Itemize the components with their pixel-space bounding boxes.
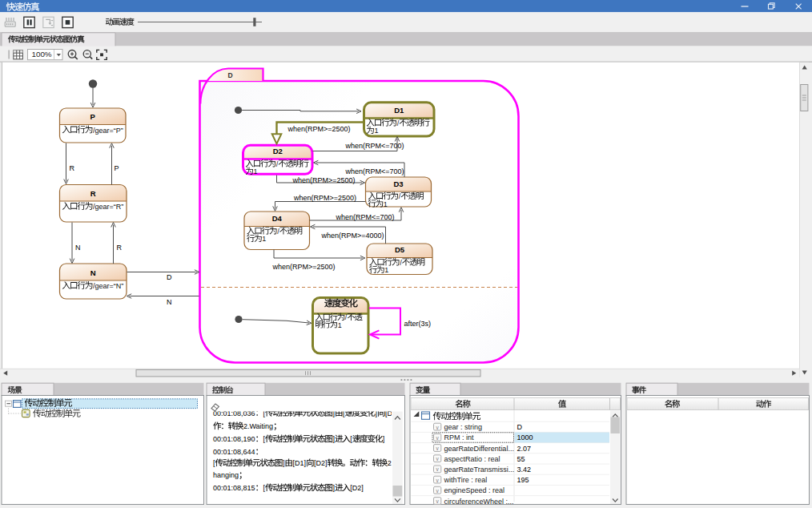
svg-text:engineSpeed : real: engineSpeed : real (444, 486, 505, 494)
svg-text:D: D (517, 423, 523, 431)
svg-text:gear : string: gear : string (444, 423, 483, 431)
svg-text:1: 1 (374, 127, 378, 135)
svg-text:gearRateTransmissi...: gearRateTransmissi... (444, 466, 515, 474)
svg-text:D: D (228, 71, 233, 79)
svg-text:withTire : real: withTire : real (444, 476, 488, 484)
svg-text:[D2]: [D2] (350, 484, 364, 492)
svg-text:]: ] (383, 435, 385, 443)
svg-text:55: 55 (517, 455, 525, 463)
svg-text:circuferenceWheel :...: circuferenceWheel :... (444, 498, 514, 506)
svg-text:1: 1 (262, 235, 266, 243)
svg-text:1: 1 (338, 321, 342, 329)
svg-text:D2: D2 (273, 147, 283, 155)
svg-text:/gear=“R”: /gear=“R” (93, 203, 123, 211)
svg-text:R: R (90, 189, 96, 198)
svg-text:1000: 1000 (517, 433, 533, 441)
svg-text:N: N (90, 268, 96, 277)
svg-text:[D2]: [D2] (314, 459, 328, 467)
svg-text:when(RPM<=700): when(RPM<=700) (345, 142, 404, 150)
svg-text:P: P (90, 112, 96, 121)
svg-text:when(RPM>=2500): when(RPM>=2500) (292, 176, 356, 184)
svg-text:when(RPM>=4000): when(RPM>=4000) (321, 232, 384, 240)
svg-text:RPM : int: RPM : int (444, 433, 475, 441)
svg-text:2.Waiting: 2.Waiting (243, 422, 273, 430)
svg-text:R: R (70, 164, 75, 172)
svg-text:D4: D4 (272, 214, 283, 223)
svg-text:gearRateDifferential...: gearRateDifferential... (444, 445, 514, 453)
svg-text:1: 1 (384, 266, 388, 274)
svg-text:after(3s): after(3s) (404, 320, 432, 328)
svg-text:when(RPM<=700): when(RPM<=700) (345, 167, 404, 175)
svg-text:aspectRatio : real: aspectRatio : real (444, 455, 500, 463)
svg-text:D3: D3 (393, 179, 403, 188)
svg-text:1: 1 (253, 167, 257, 175)
svg-text:N: N (167, 298, 172, 306)
svg-text:when(RPM>=2500): when(RPM>=2500) (272, 263, 336, 271)
svg-text:D1: D1 (394, 106, 404, 115)
svg-text:2.07: 2.07 (517, 445, 532, 453)
svg-text:N: N (75, 244, 81, 252)
svg-text:00:01:08,815: 00:01:08,815 (213, 484, 255, 492)
svg-text:D5: D5 (395, 245, 405, 254)
svg-text:100%: 100% (32, 50, 52, 58)
svg-text:]: ] (333, 484, 336, 492)
svg-text:]: ] (333, 435, 336, 443)
svg-text:3.42: 3.42 (517, 466, 532, 474)
svg-text:when(RPM>=2500): when(RPM>=2500) (293, 194, 356, 202)
svg-text:P: P (115, 164, 119, 172)
svg-text:[D1]: [D1] (292, 459, 306, 467)
svg-text:when(RPM<=700): when(RPM<=700) (336, 213, 395, 221)
svg-text:]: ] (283, 459, 285, 467)
svg-text:D: D (167, 273, 172, 281)
svg-text:/gear=“N”: /gear=“N” (93, 282, 123, 290)
svg-text:1: 1 (384, 200, 388, 208)
svg-text:00:01:08,190: 00:01:08,190 (213, 435, 255, 443)
svg-text:hanging: hanging (213, 471, 239, 479)
svg-text:when(RPM>=2500): when(RPM>=2500) (287, 125, 351, 133)
svg-text:/gear=“P”: /gear=“P” (93, 127, 123, 135)
svg-text:R: R (117, 244, 123, 252)
svg-text:195: 195 (517, 476, 529, 484)
svg-text:00:01:08,644: 00:01:08,644 (213, 448, 255, 456)
